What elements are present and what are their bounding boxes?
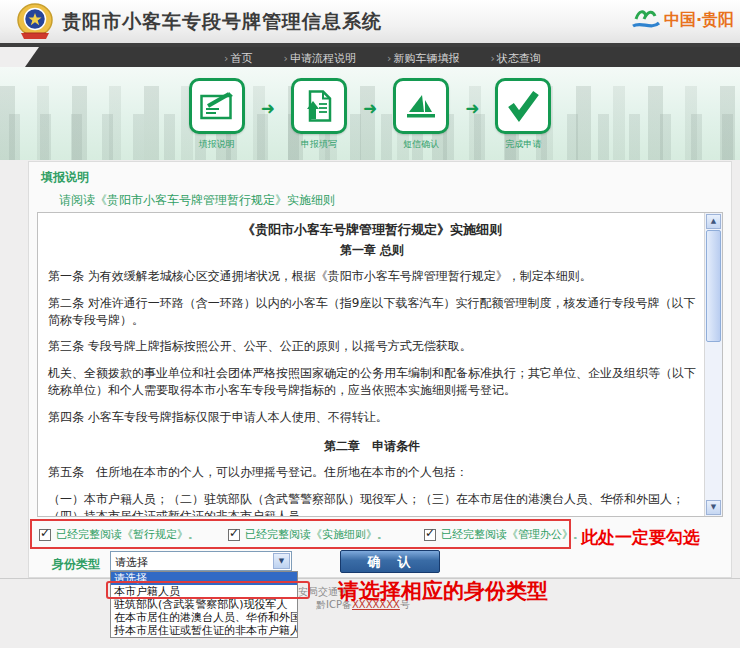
nav-item-label: 状态查询	[497, 52, 541, 65]
nav-item-home[interactable]: ›首页	[224, 49, 252, 69]
option-hk-mo-tw-foreign[interactable]: 在本市居住的港澳台人员、华侨和外国人	[111, 611, 297, 624]
doc-paragraph: 第一条 为有效缓解老城核心区交通拥堵状况，根据《贵阳市小客车号牌管理暂行规定》，…	[48, 268, 696, 285]
step-fill-instructions: 填报说明	[186, 78, 248, 151]
arrow-right-icon: ➜	[363, 98, 377, 118]
select-value: 请选择	[115, 555, 148, 570]
process-steps: 填报说明 ➜ 申报填写 ➜	[0, 78, 740, 151]
option-non-local-permit[interactable]: 持本市居住证或暂住证的非本市户籍人员	[111, 624, 297, 637]
checkbox-read-provisional[interactable]: ✓	[39, 529, 51, 541]
doc-chapter: 第一章 总则	[48, 242, 696, 259]
brand-text: 中国·贵阳	[664, 10, 734, 31]
scroll-down-button[interactable]: ▼	[706, 500, 721, 515]
arrow-right-icon: ➜	[465, 98, 479, 118]
nav-bar: ›首页 ›申请流程说明 ›新购车辆填报 ›状态查询	[25, 47, 740, 67]
guiyang-logo-icon	[631, 7, 661, 33]
doc-title: 《贵阳市小客车号牌管理暂行规定》实施细则	[48, 221, 696, 240]
step-label: 填报说明	[199, 138, 235, 151]
nav-item-process[interactable]: ›申请流程说明	[284, 49, 356, 69]
form-pen-icon	[189, 78, 245, 134]
step-sms-confirm: 短信确认	[390, 78, 452, 151]
check-icon: ✓	[40, 526, 50, 540]
checkmark-icon	[495, 78, 551, 134]
step-label: 完成申请	[505, 138, 541, 151]
process-banner: 填报说明 ➜ 申报填写 ➜	[0, 67, 740, 160]
select-dropdown-button[interactable]: ▼	[273, 553, 290, 569]
check-icon: ✓	[425, 526, 435, 540]
doc-paragraph: 第二条 对准许通行一环路（含一环路）以内的小客车（指9座以下载客汽车）实行配额管…	[48, 295, 696, 330]
identity-type-select[interactable]: 请选择 ▼	[110, 551, 292, 571]
caret-icon: ›	[387, 52, 391, 65]
header: 贵阳市小客车专段号牌管理信息系统 中国·贵阳	[0, 0, 740, 43]
caret-icon: ›	[224, 52, 228, 65]
caret-icon: ›	[491, 52, 495, 65]
nav-top-strip	[0, 43, 740, 47]
option-military[interactable]: 驻筑部队(含武装警察部队)现役军人	[111, 598, 297, 611]
nav-item-label: 申请流程说明	[290, 52, 356, 65]
agreement-item: ✓ 已经完整阅读《暂行规定》。	[39, 527, 199, 542]
sms-envelope-icon	[393, 78, 449, 134]
annotation-check-hint: 此处一定要勾选	[581, 526, 700, 549]
checkbox-read-management[interactable]: ✓	[424, 529, 436, 541]
annotation-select-hint: 请选择相应的身份类型	[338, 577, 548, 605]
page-root: 贵阳市小客车专段号牌管理信息系统 中国·贵阳 ›首页 ›申请流程说明 ›新购车辆…	[0, 0, 740, 648]
identity-type-label: 身份类型	[52, 556, 100, 573]
agreement-label: 已经完整阅读《暂行规定》。	[56, 527, 199, 542]
section-title: 填报说明	[41, 169, 89, 186]
doc-paragraph: 第五条 住所地在本市的个人，可以办理摇号登记。住所地在本市的个人包括：	[48, 464, 696, 481]
regulation-text: 《贵阳市小客车号牌管理暂行规定》实施细则 第一章 总则 第一条 为有效缓解老城核…	[38, 213, 704, 516]
scroll-up-button[interactable]: ▲	[706, 214, 721, 229]
step-declare-info: 申报填写	[288, 78, 350, 151]
police-badge-icon	[16, 2, 54, 42]
doc-paragraph: 第四条 小客车专段号牌指标仅限于申请人本人使用、不得转让。	[48, 409, 696, 426]
step-complete: 完成申请	[492, 78, 554, 151]
doc-paragraph: 第三条 专段号牌上牌指标按照公开、公平、公正的原则，以摇号方式无偿获取。	[48, 338, 696, 355]
nav-item-label: 新购车辆填报	[393, 52, 459, 65]
check-icon: ✓	[229, 526, 239, 540]
nav-item-status[interactable]: ›状态查询	[491, 49, 541, 69]
scrollbar-thumb[interactable]	[706, 230, 721, 342]
agreement-label: 已经完整阅读《实施细则》。	[245, 527, 388, 542]
agreement-label: 已经完整阅读《管理办公》。	[441, 527, 584, 542]
doc-paragraph: 机关、全额拨款的事业单位和社会团体严格按照国家确定的公务用车编制和配备标准执行；…	[48, 365, 696, 400]
app-title: 贵阳市小客车专段号牌管理信息系统	[62, 9, 382, 35]
nav-item-new-vehicle[interactable]: ›新购车辆填报	[387, 49, 459, 69]
caret-icon: ›	[284, 52, 288, 65]
nav-item-label: 首页	[230, 52, 252, 65]
brand: 中国·贵阳	[631, 7, 734, 33]
checkbox-read-rules[interactable]: ✓	[228, 529, 240, 541]
chevron-down-icon: ▼	[279, 557, 284, 565]
doc-paragraph: （一）本市户籍人员；（二）驻筑部队（含武警警察部队）现役军人；（三）在本市居住的…	[48, 491, 696, 516]
content-panel: 填报说明 请阅读《贵阳市小客车号牌管理暂行规定》实施细则 《贵阳市小客车号牌管理…	[28, 161, 732, 578]
scrollbar[interactable]: ▲ ▼	[704, 213, 722, 516]
confirm-button[interactable]: 确 认	[340, 550, 440, 573]
read-prompt: 请阅读《贵阳市小客车号牌管理暂行规定》实施细则	[59, 192, 335, 209]
agreement-annotation-box: ✓ 已经完整阅读《暂行规定》。 ✓ 已经完整阅读《实施细则》。 ✓ 已经完整阅读…	[30, 519, 571, 549]
arrow-right-icon: ➜	[261, 98, 275, 118]
option-annotation-box	[106, 581, 310, 599]
upload-document-icon	[291, 78, 347, 134]
agreement-item: ✓ 已经完整阅读《实施细则》。	[228, 527, 388, 542]
doc-chapter: 第二章 申请条件	[48, 438, 696, 455]
agreement-item: ✓ 已经完整阅读《管理办公》。	[424, 527, 584, 542]
step-label: 短信确认	[403, 138, 439, 151]
step-label: 申报填写	[301, 138, 337, 151]
regulation-textbox: 《贵阳市小客车号牌管理暂行规定》实施细则 第一章 总则 第一条 为有效缓解老城核…	[37, 212, 723, 517]
